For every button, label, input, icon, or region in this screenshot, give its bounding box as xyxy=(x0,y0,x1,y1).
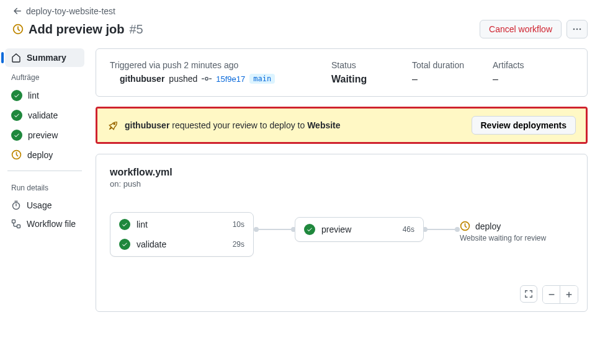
svg-point-3 xyxy=(580,29,581,30)
page-title: Add preview job xyxy=(29,22,124,37)
sidebar-usage-label: Usage xyxy=(27,200,51,210)
status-value: Waiting xyxy=(331,74,412,85)
action-word: pushed xyxy=(169,74,197,84)
stopwatch-icon xyxy=(11,200,21,210)
artifacts-label: Artifacts xyxy=(493,60,573,70)
home-icon xyxy=(11,53,21,63)
graph-node-preview[interactable]: preview 46s xyxy=(295,217,424,242)
kebab-menu-button[interactable] xyxy=(566,20,588,38)
breadcrumb[interactable]: deploy-toy-website-test xyxy=(12,6,588,16)
sidebar-workflow-file-label: Workflow file xyxy=(27,219,76,229)
graph-node-deploy[interactable]: deploy Website waiting for review xyxy=(460,221,546,242)
breadcrumb-repo[interactable]: deploy-toy-website-test xyxy=(26,6,115,16)
node-duration: 46s xyxy=(403,225,414,234)
svg-point-9 xyxy=(114,123,115,125)
sidebar-job-label: validate xyxy=(28,110,58,120)
workflow-icon xyxy=(11,219,21,229)
review-mid: requested your review to deploy to xyxy=(172,120,305,130)
duration-value: – xyxy=(412,74,493,85)
sidebar-job-label: lint xyxy=(28,91,39,100)
check-circle-icon xyxy=(119,239,130,250)
node-name: lint xyxy=(137,220,148,229)
check-circle-icon xyxy=(11,130,22,141)
review-actor[interactable]: githubuser xyxy=(125,120,169,130)
workflow-trigger: on: push xyxy=(110,179,573,189)
arrow-left-icon xyxy=(12,6,22,16)
minus-icon xyxy=(547,290,556,299)
sidebar-summary-label: Summary xyxy=(27,53,66,63)
node-subtext: Website waiting for review xyxy=(460,234,546,242)
sidebar-item-deploy[interactable]: deploy xyxy=(5,145,84,164)
zoom-in-button[interactable] xyxy=(560,286,578,303)
check-circle-icon xyxy=(11,90,22,101)
fullscreen-button[interactable] xyxy=(520,285,537,303)
sidebar-item-lint[interactable]: lint xyxy=(5,86,84,105)
node-duration: 10s xyxy=(233,220,244,229)
rocket-icon xyxy=(107,120,119,131)
clock-icon xyxy=(12,24,24,35)
run-meta-panel: Triggered via push 2 minutes ago githubu… xyxy=(96,48,588,97)
svg-point-8 xyxy=(205,78,208,80)
sidebar-details-heading: Run details xyxy=(5,177,84,196)
review-banner: githubuser requested your review to depl… xyxy=(96,107,588,144)
review-deployments-button[interactable]: Review deployments xyxy=(472,116,576,135)
node-name: preview xyxy=(321,224,351,234)
node-duration: 29s xyxy=(233,240,244,249)
workflow-graph-panel: workflow.yml on: push lint xyxy=(96,154,588,312)
actor-name[interactable]: githubuser xyxy=(120,74,164,84)
graph-edge xyxy=(425,229,457,230)
kebab-icon xyxy=(572,24,582,34)
check-circle-icon xyxy=(11,110,22,121)
graph-edge xyxy=(256,229,293,230)
svg-point-2 xyxy=(576,29,578,30)
zoom-out-button[interactable] xyxy=(543,286,560,303)
sidebar-item-workflow-file[interactable]: Workflow file xyxy=(5,215,84,233)
svg-rect-7 xyxy=(17,225,20,228)
node-name: deploy xyxy=(475,221,501,231)
sidebar-item-validate[interactable]: validate xyxy=(5,105,84,125)
clock-icon xyxy=(460,221,470,231)
trigger-line: Triggered via push 2 minutes ago xyxy=(110,60,331,70)
sidebar: Summary Aufträge lint validate preview d… xyxy=(5,48,84,312)
divider xyxy=(7,171,82,171)
review-text: githubuser requested your review to depl… xyxy=(125,120,341,130)
plus-icon xyxy=(565,290,573,299)
graph-node-group[interactable]: lint 10s validate 29s xyxy=(110,212,254,257)
sidebar-job-label: preview xyxy=(28,130,58,140)
cancel-workflow-button[interactable]: Cancel workflow xyxy=(480,20,562,38)
branch-badge[interactable]: main xyxy=(249,74,275,84)
review-env: Website xyxy=(307,120,340,130)
sidebar-item-preview[interactable]: preview xyxy=(5,125,84,145)
sidebar-item-usage[interactable]: Usage xyxy=(5,196,84,215)
sidebar-job-label: deploy xyxy=(27,150,53,160)
commit-icon xyxy=(202,74,212,84)
fullscreen-icon xyxy=(524,290,533,298)
check-circle-icon xyxy=(119,219,130,230)
commit-sha[interactable]: 15f9e17 xyxy=(216,74,245,84)
check-circle-icon xyxy=(304,224,315,235)
run-number: #5 xyxy=(129,22,143,37)
artifacts-value: – xyxy=(493,74,573,85)
svg-rect-6 xyxy=(12,220,16,223)
sidebar-jobs-heading: Aufträge xyxy=(5,67,84,86)
duration-label: Total duration xyxy=(412,60,493,70)
clock-icon xyxy=(11,149,22,160)
svg-point-1 xyxy=(573,29,575,30)
sidebar-item-summary[interactable]: Summary xyxy=(5,48,84,67)
node-name: validate xyxy=(137,239,166,249)
workflow-file-name: workflow.yml xyxy=(110,167,573,178)
status-label: Status xyxy=(331,60,412,70)
